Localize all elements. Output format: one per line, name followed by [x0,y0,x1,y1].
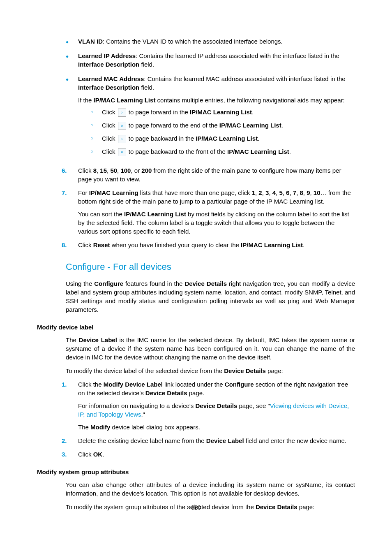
page-end-icon: » [118,122,126,130]
mdl-para1: The Device Label is the IMC name for the… [66,336,355,362]
nav-item: ○ Click ‹ to page backward in the IP/MAC… [90,134,355,143]
mdl-step-1: 1. Click the Modify Device Label link lo… [62,380,355,431]
bullet-item: ● Learned MAC Address: Contains the lear… [66,74,355,160]
step-number: 1. [62,380,78,431]
step-number: 2. [62,436,78,445]
page-back-icon: ‹ [118,135,126,143]
nav-item: ○ Click » to page forward to the end of … [90,121,355,130]
nav-item: ○ Click › to page forward in the IP/MAC … [90,108,355,117]
bullet-marker: ● [66,51,78,69]
term: Learned IP Address [78,52,136,59]
heading-modify-device-label: Modify device label [37,323,355,331]
bullet-marker: ● [66,37,78,46]
page-number: 320 [0,504,392,512]
page-start-icon: « [118,148,126,156]
bullet-text: Learned IP Address: Contains the learned… [78,51,355,69]
bullet-text: VLAN ID: Contains the VLAN ID to which t… [78,37,355,46]
nav-intro: If the IP/MAC Learning List contains mul… [78,96,355,104]
bullet-item: ● Learned IP Address: Contains the learn… [66,51,355,69]
step-number: 8. [62,241,78,249]
step-number: 3. [62,450,78,459]
circle-marker: ○ [90,148,102,155]
msg-para1: You can also change other attributes of … [66,480,355,498]
page-forward-icon: › [118,109,126,117]
nav-item: ○ Click « to page backward to the front … [90,147,355,156]
mdl-step-1-para3: The Modify device label dialog box appea… [78,423,355,431]
step-number: 6. [62,166,78,183]
configure-intro: Using the Configure features found in th… [66,279,355,314]
step-6: 6. Click 8, 15, 50, 100, or 200 from the… [62,166,355,183]
mdl-step-1-para2: For information on navigating to a devic… [78,401,355,419]
mdl-para2: To modify the device label of the select… [66,366,355,375]
bullet-marker: ● [66,74,78,160]
term: VLAN ID [78,38,103,45]
step-number: 7. [62,188,78,236]
step-7: 7. For IP/MAC Learning lists that have m… [62,188,355,236]
step-7-para2: You can sort the IP/MAC Learning List by… [78,210,355,236]
circle-marker: ○ [90,122,102,128]
heading-configure: Configure - For all devices [66,261,355,273]
circle-marker: ○ [90,109,102,115]
mdl-step-2: 2. Delete the existing device label name… [62,436,355,445]
mdl-step-3: 3. Click OK. [62,450,355,459]
term: Learned MAC Address [78,75,144,82]
circle-marker: ○ [90,135,102,141]
heading-modify-system-group: Modify system group attributes [37,468,355,476]
bullet-item: ● VLAN ID: Contains the VLAN ID to which… [66,37,355,46]
document-page: ● VLAN ID: Contains the VLAN ID to which… [0,0,392,533]
step-8: 8. Click Reset when you have finished yo… [62,241,355,249]
bullet-text: Learned MAC Address: Contains the learne… [78,74,355,160]
